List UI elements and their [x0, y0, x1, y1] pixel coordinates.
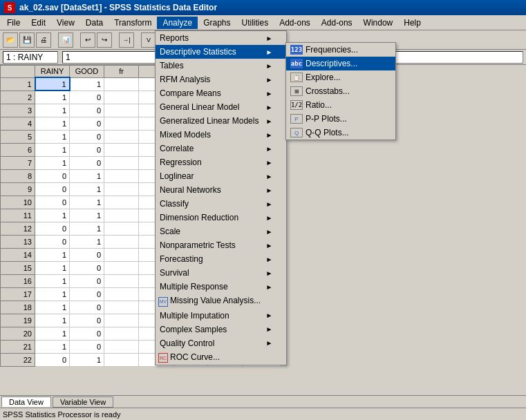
menu-compare-means[interactable]: Compare Means ►: [156, 86, 286, 100]
menu-addons2[interactable]: Add-ons: [316, 17, 358, 29]
tb-print[interactable]: 🖨: [36, 32, 51, 48]
window: S ak_02.sav [DataSet1] - SPSS Statistics…: [0, 0, 526, 420]
tb-save[interactable]: 💾: [19, 32, 35, 48]
menu-multiple-response[interactable]: Multiple Response ►: [156, 280, 286, 294]
tab-variable-view[interactable]: Variable View: [53, 397, 113, 408]
col-good[interactable]: GOOD: [70, 66, 104, 78]
submenu-ratio[interactable]: 1/2 Ratio...: [286, 98, 395, 112]
tb-undo[interactable]: ↩: [80, 32, 95, 48]
menu-correlate[interactable]: Correlate ►: [156, 142, 286, 155]
frequencies-icon: 123: [290, 45, 303, 55]
col-rainy[interactable]: RAINY: [35, 66, 70, 78]
tb-vars[interactable]: V: [141, 32, 156, 48]
menu-graphs[interactable]: Graphs: [198, 17, 236, 29]
window-title: ak_02.sav [DataSet1] - SPSS Statistics D…: [19, 3, 217, 12]
col-rownum: [1, 66, 35, 78]
menu-survival[interactable]: Survival ►: [156, 266, 286, 280]
menu-reports[interactable]: Reports ►: [156, 31, 286, 45]
menu-scale[interactable]: Scale ►: [156, 225, 286, 238]
tb-open[interactable]: 📂: [3, 32, 18, 48]
menu-multiple-imputation[interactable]: Multiple Imputation ►: [156, 309, 286, 323]
tb-redo[interactable]: ↪: [97, 32, 112, 48]
menu-nonparam[interactable]: Nonparametric Tests ►: [156, 238, 286, 252]
submenu-descriptives[interactable]: abc Descriptives...: [286, 57, 395, 70]
submenu-pp-plots[interactable]: P P-P Plots...: [286, 112, 395, 126]
descriptive-statistics-submenu: 123 Frequencies... abc Descriptives... 📋…: [285, 42, 396, 140]
col-fr[interactable]: fr: [104, 66, 139, 78]
menu-view[interactable]: View: [51, 17, 80, 29]
menu-rfm[interactable]: RFM Analysis ►: [156, 73, 286, 86]
submenu-explore[interactable]: 📋 Explore...: [286, 70, 395, 84]
menu-descriptive-statistics[interactable]: Descriptive Statistics ►: [156, 45, 286, 59]
menu-help[interactable]: Help: [398, 17, 426, 29]
menu-forecasting[interactable]: Forecasting ►: [156, 252, 286, 266]
menu-roc-curve[interactable]: RCROC Curve...: [156, 350, 286, 365]
menu-data[interactable]: Data: [80, 17, 109, 29]
qq-plots-icon: Q: [290, 128, 303, 137]
tb-goto[interactable]: →|: [119, 32, 134, 48]
menu-tables[interactable]: Tables ►: [156, 59, 286, 73]
tb-chart[interactable]: 📊: [58, 32, 73, 48]
submenu-frequencies[interactable]: 123 Frequencies...: [286, 43, 395, 57]
submenu-crosstabs[interactable]: ⊞ Crosstabs...: [286, 84, 395, 98]
descriptives-icon: abc: [290, 59, 303, 68]
ratio-icon: 1/2: [290, 100, 303, 110]
menu-file[interactable]: File: [1, 17, 26, 29]
status-text: SPSS Statistics Processor is ready: [3, 410, 121, 419]
tab-area: Data View Variable View: [0, 395, 526, 408]
status-bar: SPSS Statistics Processor is ready: [0, 408, 526, 420]
menu-addons1[interactable]: Add-ons: [274, 17, 316, 29]
menu-utilities[interactable]: Utilities: [236, 17, 274, 29]
menu-classify[interactable]: Classify ►: [156, 197, 286, 211]
cell-reference[interactable]: [3, 51, 58, 64]
menu-edit[interactable]: Edit: [26, 17, 51, 29]
menu-window[interactable]: Window: [358, 17, 399, 29]
menu-transform[interactable]: Transform: [109, 17, 157, 29]
missing-value-icon: MV: [158, 297, 168, 307]
menu-regression[interactable]: Regression ►: [156, 155, 286, 169]
menu-bar: File Edit View Data Transform Analyze Gr…: [0, 15, 526, 30]
roc-curve-icon: RC: [158, 353, 168, 363]
pp-plots-icon: P: [290, 114, 303, 124]
menu-genlinmod[interactable]: Generalized Linear Models ►: [156, 114, 286, 128]
analyze-dropdown: Reports ► Descriptive Statistics ► Table…: [155, 30, 287, 365]
menu-complex-samples[interactable]: Complex Samples ►: [156, 323, 286, 336]
menu-glm[interactable]: General Linear Model ►: [156, 100, 286, 114]
crosstabs-icon: ⊞: [290, 86, 303, 96]
menu-neural[interactable]: Neural Networks ►: [156, 183, 286, 197]
menu-analyze[interactable]: Analyze: [157, 17, 198, 29]
title-bar: S ak_02.sav [DataSet1] - SPSS Statistics…: [0, 0, 526, 15]
submenu-qq-plots[interactable]: Q Q-Q Plots...: [286, 126, 395, 140]
menu-missing-value[interactable]: MVMissing Value Analysis...: [156, 294, 286, 309]
app-icon: S: [4, 2, 15, 13]
menu-dimension[interactable]: Dimension Reduction ►: [156, 211, 286, 225]
menu-mixed[interactable]: Mixed Models ►: [156, 128, 286, 142]
tab-data-view[interactable]: Data View: [1, 397, 51, 407]
explore-icon: 📋: [290, 73, 303, 82]
menu-loglinear[interactable]: Loglinear ►: [156, 169, 286, 183]
menu-quality-control[interactable]: Quality Control ►: [156, 336, 286, 350]
